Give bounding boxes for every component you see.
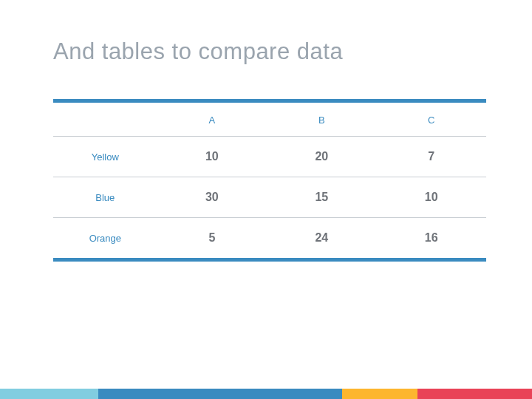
cell-value: 10 (157, 137, 267, 177)
row-label: Blue (53, 177, 157, 218)
table-bottom-border (53, 258, 486, 262)
cell-value: 16 (377, 218, 486, 259)
row-label: Orange (53, 218, 157, 259)
cell-value: 24 (267, 218, 376, 259)
row-label: Yellow (53, 137, 157, 177)
header-spacer (53, 103, 157, 137)
table-row: Orange 5 24 16 (53, 218, 486, 259)
table-row: Yellow 10 20 7 (53, 137, 486, 177)
col-header-c: C (377, 103, 486, 137)
col-header-a: A (157, 103, 267, 137)
footer-bar-blue (98, 389, 342, 399)
footer-accent-bars (0, 389, 532, 399)
cell-value: 20 (267, 137, 376, 177)
table-row: Blue 30 15 10 (53, 177, 486, 218)
footer-bar-red (417, 389, 532, 399)
table-header-row: A B C (53, 103, 486, 137)
data-table: A B C Yellow 10 20 7 Blue 30 15 10 Orang… (53, 103, 486, 258)
footer-bar-yellow (342, 389, 417, 399)
cell-value: 30 (157, 177, 267, 218)
cell-value: 7 (377, 137, 486, 177)
cell-value: 15 (267, 177, 376, 218)
col-header-b: B (267, 103, 376, 137)
slide-title: And tables to compare data (53, 38, 343, 65)
cell-value: 10 (377, 177, 486, 218)
cell-value: 5 (157, 218, 267, 259)
footer-bar-cyan (0, 389, 98, 399)
data-table-container: A B C Yellow 10 20 7 Blue 30 15 10 Orang… (53, 99, 486, 262)
